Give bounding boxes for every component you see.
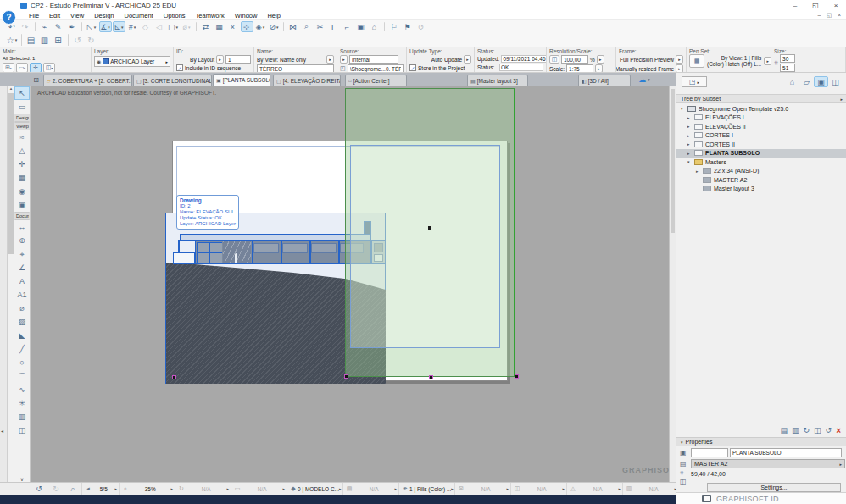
measure-icon[interactable]: ✒	[66, 21, 79, 32]
minimize-button[interactable]: –	[785, 0, 805, 11]
canvas-scrollbar[interactable]	[669, 86, 676, 482]
marquee-options-icon[interactable]: ▢▾	[167, 21, 180, 32]
copy-settings-icon[interactable]: ▤	[25, 34, 38, 46]
scale-input[interactable]	[566, 64, 593, 72]
toolbar-icon[interactable]	[35, 22, 36, 31]
id-mode-arrow-icon[interactable]: ▸	[216, 55, 224, 64]
update-type-arrow-icon[interactable]: ▸	[464, 55, 471, 64]
menu-item[interactable]: Help	[262, 12, 285, 19]
label-tool[interactable]: A1	[14, 288, 30, 302]
tree-item-root[interactable]: ▾ Shoegnome Open Template v25.0	[676, 104, 846, 114]
status-field-arrow-icon[interactable]: ▸	[282, 486, 285, 491]
circle-tool[interactable]: ○	[14, 356, 30, 369]
toolbar-icon[interactable]	[196, 22, 197, 31]
properties-collapse-icon[interactable]: ▾	[681, 440, 683, 445]
pen-set-arrow-icon[interactable]: ▸	[764, 57, 771, 65]
menu-item[interactable]: Document	[120, 12, 159, 19]
grid-table-icon[interactable]: ▦	[214, 21, 226, 32]
marquee-field[interactable]: ▭ N/A ▸	[231, 483, 287, 496]
status-field-arrow-icon[interactable]: ▸	[170, 486, 173, 491]
scrollbar-thumb[interactable]	[671, 89, 675, 233]
resize-icon[interactable]: ▣	[355, 21, 368, 32]
selection-handle[interactable]	[429, 375, 433, 379]
section-design[interactable]: Design	[14, 114, 30, 122]
master-layout-dropdown[interactable]: MASTER A2 ▸	[691, 459, 845, 468]
level-dimension-tool[interactable]: ⌖	[14, 247, 30, 261]
refresh-status-icon[interactable]: ↺	[826, 426, 832, 435]
menu-item[interactable]: Design	[89, 12, 119, 19]
section-documentation[interactable]: Docume	[14, 212, 30, 220]
radial-dimension-tool[interactable]: ⊕	[14, 234, 30, 247]
expand-arrow-icon[interactable]: ▸	[687, 133, 694, 138]
layer-combo[interactable]: ◉ ARCHICAD Layer ▸	[94, 56, 170, 67]
planta-subsolo-drawing-overlay[interactable]	[345, 88, 515, 377]
inject-parameters-icon[interactable]: ✎	[53, 21, 65, 32]
selection-handle[interactable]	[344, 374, 348, 379]
orientation-field[interactable]: ↻ N/A ▸	[175, 483, 231, 496]
expand-arrow-icon[interactable]: ▾	[687, 159, 694, 164]
manage-layouts-icon[interactable]: ⊞	[53, 34, 65, 46]
new-subset-icon[interactable]: ▥	[792, 426, 799, 435]
zoom-level-field[interactable]: ⌕ 35% ▸	[119, 483, 175, 496]
child-restore-button[interactable]: ◱	[827, 12, 832, 19]
display-option-field[interactable]: ▥ N/A ▸	[622, 483, 678, 496]
project-chooser-button[interactable]: ◳ ▸	[682, 76, 707, 87]
fillet-icon[interactable]: Γ	[328, 21, 341, 32]
update-selected-icon[interactable]: ↻	[804, 426, 810, 435]
toolbar-icon[interactable]	[68, 34, 69, 46]
source-arrow-icon[interactable]: ▸	[340, 55, 348, 64]
adjust-icon[interactable]: ⌕	[301, 21, 314, 32]
toolbox-scrollbar[interactable]: ▴	[8, 86, 14, 482]
close-panel-icon[interactable]: ×	[836, 426, 841, 435]
anchor-button[interactable]: ✛	[30, 63, 42, 72]
publisher-icon[interactable]: ◫	[828, 76, 843, 87]
worksheet-tool[interactable]: ▦	[14, 171, 30, 185]
layout-name-input[interactable]	[730, 448, 842, 457]
offset-icon[interactable]: ⌐	[342, 21, 354, 32]
grid-snap-icon[interactable]: #▾	[126, 21, 139, 32]
selection-handle[interactable]	[515, 374, 519, 379]
angle-dimension-tool[interactable]: ∠	[14, 261, 30, 274]
close-button[interactable]: ×	[826, 0, 846, 11]
pickup-settings-button[interactable]: ▭▸	[16, 63, 28, 72]
section-tool[interactable]: ≈	[14, 130, 30, 144]
toolbar-icon[interactable]	[283, 22, 284, 31]
figure-tool[interactable]: ▥	[14, 410, 30, 424]
menu-item[interactable]: Options	[159, 12, 191, 19]
expand-arrow-icon[interactable]: ▾	[681, 106, 687, 111]
help-bubble-icon[interactable]: ?	[2, 10, 16, 25]
expand-arrow-icon[interactable]: ▸	[696, 169, 703, 174]
tab-corte-longitudinal[interactable]: ▢ [3. CORTE LONGITUDINAL SE...	[133, 75, 212, 86]
child-minimize-button[interactable]: –	[817, 12, 821, 19]
zone-tool[interactable]: ⌀	[14, 302, 30, 315]
graphisoft-id-bar[interactable]: GRAPHISOFT ID	[676, 492, 846, 504]
mep-field[interactable]: △ N/A ▸	[566, 483, 622, 496]
tree-header-arrow-icon[interactable]: ▸	[840, 97, 843, 102]
polyline-tool[interactable]: ⌒	[14, 369, 30, 383]
elevation-tool[interactable]: △	[14, 144, 30, 158]
resolution-icon[interactable]: ◫	[549, 55, 559, 64]
structural-filter-field[interactable]: ⊠ N/A ▸	[454, 483, 510, 496]
toolbar-icon[interactable]	[21, 34, 22, 46]
pen-set-field[interactable]: ✒ 1 | Fills (Color) ... ▸	[398, 483, 454, 496]
settings-button[interactable]: Settings...	[707, 483, 841, 492]
menu-item[interactable]: File	[24, 12, 44, 19]
snap-reference-icon[interactable]: ⊹	[241, 21, 253, 32]
tab-master-layout-3[interactable]: ▤ [Master layout 3]	[467, 75, 528, 86]
layout-book-icon[interactable]: ▣	[814, 76, 828, 87]
tree-item-cortes-2[interactable]: ▸ CORTES II	[676, 140, 846, 149]
store-in-project-checkbox[interactable]: ✓	[409, 64, 416, 71]
tree-item-planta-subsolo[interactable]: ▸ PLANTA SUBSOLO	[676, 149, 846, 158]
resolution-input[interactable]	[561, 55, 588, 64]
name-mode-arrow-icon[interactable]: ▸	[326, 55, 334, 64]
place-drawing-button[interactable]: ◫▾	[43, 63, 55, 72]
selection-handle[interactable]	[172, 375, 176, 379]
drawing-settings-button[interactable]: ⊞▸	[3, 63, 14, 72]
trim-icon[interactable]: ✂	[314, 21, 327, 32]
dimension-tool[interactable]: ↔	[14, 220, 30, 234]
status-field-arrow-icon[interactable]: ▸	[451, 486, 454, 491]
more-tools-icon[interactable]: ∨	[14, 476, 30, 482]
tree-item-elevacoes-2[interactable]: ▸ ELEVAÇÕES II	[676, 122, 846, 131]
drawing-tool[interactable]: ◫	[14, 424, 30, 437]
status-field-arrow-icon[interactable]: ▸	[226, 486, 229, 491]
